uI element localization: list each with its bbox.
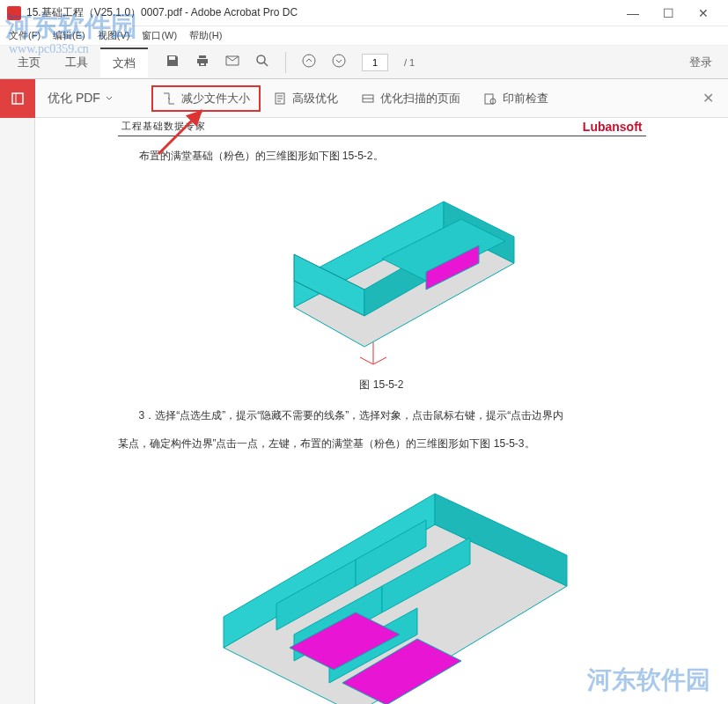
save-icon[interactable]	[165, 54, 180, 71]
optimize-scan-button[interactable]: 优化扫描的页面	[350, 85, 471, 112]
compress-icon	[162, 92, 176, 106]
doc-header-left: 工程基础数据专家	[121, 120, 206, 134]
preflight-button[interactable]: 印前检查	[473, 85, 559, 112]
page-number-input[interactable]	[362, 54, 388, 71]
tab-tools[interactable]: 工具	[53, 48, 100, 77]
optimize-bar: 优化 PDF 减少文件大小 高级优化 优化扫描的页面 印前检查 ✕	[0, 79, 728, 118]
sidebar-toggle[interactable]	[0, 79, 35, 118]
menu-help[interactable]: 帮助(H)	[186, 27, 225, 44]
menu-window[interactable]: 窗口(W)	[138, 27, 180, 44]
doc-header-right: Lubansoft	[583, 120, 643, 134]
preflight-icon	[483, 92, 497, 106]
window-title: 15.基础工程（V25.1.0）0007.pdf - Adobe Acrobat…	[26, 5, 615, 20]
reduce-file-size-button[interactable]: 减少文件大小	[151, 85, 261, 112]
advanced-optimize-button[interactable]: 高级优化	[262, 85, 349, 112]
tab-document[interactable]: 文档	[100, 48, 148, 77]
svg-line-1	[264, 62, 268, 66]
document-canvas[interactable]: 工程基础数据专家 Lubansoft 布置的满堂基础（粉色）的三维图形如下图 1…	[35, 118, 728, 704]
scanner-icon	[361, 92, 375, 106]
svg-point-0	[257, 55, 265, 63]
menu-file[interactable]: 文件(F)	[5, 27, 44, 44]
figure-15-5-3	[153, 463, 611, 704]
toolbar-separator	[285, 52, 286, 73]
figure-15-5-2	[197, 175, 567, 369]
tabbar: 主页 工具 文档 / 1 登录	[0, 46, 728, 79]
svg-rect-4	[12, 93, 23, 104]
minimize-button[interactable]: —	[615, 2, 651, 25]
login-link[interactable]: 登录	[689, 55, 723, 70]
menu-edit[interactable]: 编辑(E)	[49, 27, 89, 44]
svg-point-2	[303, 55, 315, 67]
print-icon[interactable]	[195, 54, 210, 71]
paragraph-1: 布置的满堂基础（粉色）的三维图形如下图 15-5-2。	[118, 145, 646, 166]
document-icon	[273, 92, 287, 106]
search-icon[interactable]	[255, 54, 269, 71]
titlebar: 15.基础工程（V25.1.0）0007.pdf - Adobe Acrobat…	[0, 0, 728, 26]
close-button[interactable]: ✕	[686, 2, 721, 25]
optimize-pdf-label[interactable]: 优化 PDF	[35, 91, 125, 106]
toolbar: / 1	[165, 52, 415, 73]
window-controls: — ☐ ✕	[615, 2, 721, 25]
paragraph-2a: 3．选择“点选生成”，提示“隐藏不需要的线条”，选择对象，点击鼠标右键，提示“点…	[118, 405, 646, 426]
tab-home[interactable]: 主页	[5, 48, 53, 77]
figure-label-1: 图 15-5-2	[118, 378, 646, 392]
maximize-button[interactable]: ☐	[651, 2, 686, 25]
close-optbar-button[interactable]: ✕	[688, 90, 728, 106]
doc-header: 工程基础数据专家 Lubansoft	[118, 120, 646, 136]
chevron-down-icon	[106, 95, 113, 102]
left-sidebar	[0, 118, 35, 704]
page-total: / 1	[404, 57, 415, 68]
menubar: 文件(F) 编辑(E) 视图(V) 窗口(W) 帮助(H)	[0, 26, 728, 46]
svg-line-19	[373, 357, 386, 364]
page-up-icon[interactable]	[302, 54, 316, 71]
optimize-actions: 减少文件大小 高级优化 优化扫描的页面 印前检查	[151, 85, 559, 112]
menu-view[interactable]: 视图(V)	[94, 27, 134, 44]
app-icon	[7, 6, 21, 20]
svg-line-20	[360, 357, 373, 364]
mail-icon[interactable]	[225, 54, 239, 71]
svg-point-3	[333, 55, 345, 67]
paragraph-2b: 某点，确定构件边界”点击一点，左键，布置的满堂基（粉色）的三维图形如下图 15-…	[118, 433, 646, 454]
document-content: 工程基础数据专家 Lubansoft 布置的满堂基础（粉色）的三维图形如下图 1…	[118, 118, 646, 704]
page-down-icon[interactable]	[332, 54, 346, 71]
